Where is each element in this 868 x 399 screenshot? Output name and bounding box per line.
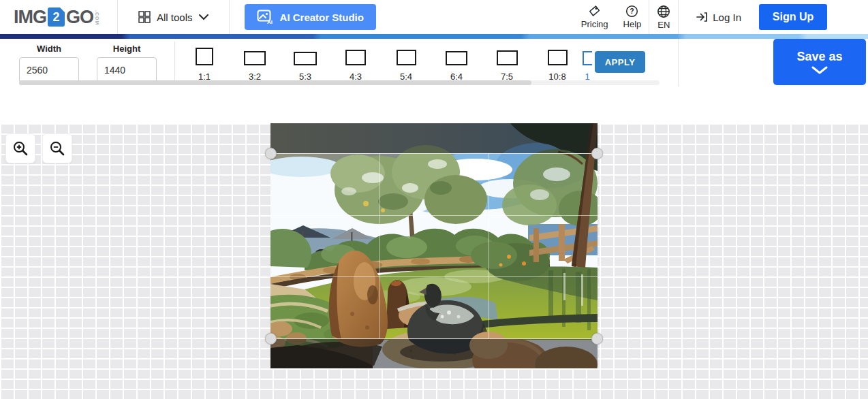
grid-icon [138,11,151,23]
height-input[interactable] [97,57,157,83]
price-tag-icon [588,5,601,18]
ratio-shape [294,44,317,65]
toolbar-scrollbar-thumb[interactable] [19,80,531,85]
logo-tld: .COM [95,10,99,27]
zoom-in-icon [12,140,29,157]
ai-creator-studio-button[interactable]: AI AI Creator Studio [245,4,376,30]
crop-border-bottom[interactable] [270,338,598,339]
save-as-button[interactable]: Save as [773,39,866,85]
crop-grid-line [270,276,598,277]
zoom-controls [5,133,72,163]
chevron-down-icon [811,66,828,74]
ratio-option-6-4[interactable]: 6:4 [431,44,482,82]
width-label: Width [37,44,61,54]
svg-text:AI: AI [267,19,273,25]
apply-button[interactable]: APPLY [595,51,645,73]
globe-icon [657,5,670,18]
crop-handle-top-right[interactable] [591,148,603,159]
toolbar-controls: Width Height 1:13:25:34:35:46:47:510:8 1… [0,39,678,86]
header-divider [229,0,230,34]
ratio-shape [397,44,416,65]
pricing-link[interactable]: Pricing [574,5,616,29]
logo-text-img: IMG [14,8,46,27]
ratio-option-10-8[interactable]: 10:8 [532,44,583,82]
zoom-out-button[interactable] [42,133,72,163]
logo-document-icon: 2 [48,7,65,27]
save-panel: Save as [678,39,868,86]
all-tools-menu[interactable]: All tools [118,11,229,23]
resize-toolbar: Width Height 1:13:25:34:35:46:47:510:8 1… [0,39,868,86]
ratio-shape [196,44,213,65]
toolbar-scrollbar-track [19,80,660,85]
editor-canvas [0,123,868,399]
log-in-link[interactable]: Log In [679,12,759,23]
ratio-shape [244,44,266,65]
log-in-label: Log In [713,12,741,23]
crop-stage[interactable] [270,123,598,368]
crop-shade-top [270,123,598,153]
width-field-group: Width [19,42,79,83]
ratio-shape [548,44,568,65]
pricing-label: Pricing [581,19,608,29]
ratio-shape [446,44,467,65]
crop-grid-line [270,215,598,216]
crop-grid-line [489,153,489,338]
img2go-logo[interactable]: IMG 2 GO .COM [14,7,99,27]
sign-up-button[interactable]: Sign Up [759,4,827,30]
crop-shade-bottom [270,338,598,368]
ratio-option-3-2[interactable]: 3:2 [230,44,280,82]
crop-grid-line [379,153,380,338]
help-link[interactable]: ? Help [616,5,649,29]
ratio-option-4-3[interactable]: 4:3 [330,44,381,82]
zoom-in-button[interactable] [5,133,35,163]
toolbar-divider [174,42,175,84]
chevron-down-icon [199,14,208,20]
top-header: IMG 2 GO .COM All tools AI AI Creator St… [0,0,868,34]
svg-text:?: ? [630,7,634,15]
ai-creator-studio-label: AI Creator Studio [280,12,364,23]
header-gradient-bar [0,34,868,39]
save-as-label: Save as [796,50,842,64]
log-in-icon [696,12,709,22]
help-label: Help [623,19,642,29]
ratio-option-5-3[interactable]: 5:3 [280,44,330,82]
language-selector[interactable]: EN [649,5,678,30]
ratio-option-7-5[interactable]: 7:5 [482,44,532,82]
height-label: Height [113,44,140,54]
logo-text-go: GO [66,8,93,27]
ratio-shape [497,44,518,65]
ratio-list: 1:13:25:34:35:46:47:510:8 [179,44,583,82]
ratio-option-selected-partial[interactable]: 1 [583,44,592,82]
ratio-shape-clipped [583,44,592,65]
ratio-shape [345,44,366,65]
crop-handle-bottom-left[interactable] [265,333,277,345]
width-input[interactable] [19,57,79,83]
crop-handle-top-left[interactable] [265,148,277,159]
height-field-group: Height [97,42,157,83]
ai-image-icon: AI [257,10,273,25]
crop-handle-bottom-right[interactable] [591,333,603,345]
crop-border-top[interactable] [270,153,598,154]
question-circle-icon: ? [625,5,638,18]
all-tools-label: All tools [157,12,193,23]
zoom-out-icon [49,140,65,157]
ratio-option-1-1[interactable]: 1:1 [179,44,230,82]
language-label: EN [657,20,670,30]
ratio-option-5-4[interactable]: 5:4 [381,44,431,82]
pond-photo [270,123,598,368]
